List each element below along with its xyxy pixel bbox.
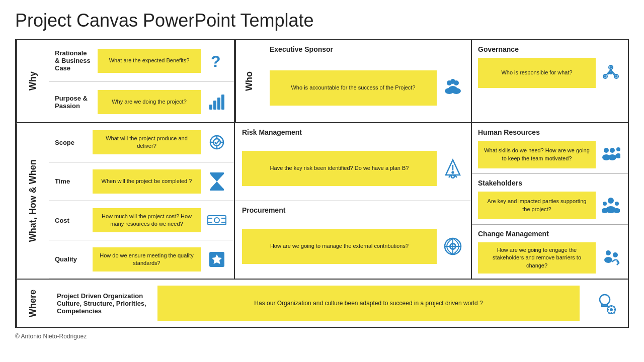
scope-question: What will the project produce and delive…	[93, 130, 201, 154]
risk-body: Have the key risk been identified? Do we…	[242, 141, 464, 196]
stakeholders-body: Are key and impacted parties supporting …	[478, 192, 622, 219]
svg-rect-55	[454, 246, 456, 247]
svg-point-59	[608, 154, 616, 160]
hr-item: Human Resources What skills do we need? …	[472, 123, 628, 174]
svg-point-68	[606, 250, 611, 255]
svg-point-75	[610, 308, 613, 311]
svg-point-66	[615, 202, 619, 206]
why-left-panel: Rrationale & Business Case What are the …	[49, 40, 235, 122]
why-label: Why	[16, 40, 49, 122]
svg-rect-79	[614, 309, 616, 311]
cost-label: Cost	[55, 217, 88, 224]
cost-question: How much will the project cost? How many…	[93, 208, 201, 232]
executive-sponsor-section: Executive Sponsor Who is accountable for…	[263, 40, 471, 122]
executive-sponsor-question: Who is accountable for the success of th…	[270, 70, 437, 106]
where-question: Has our Organization and culture been ad…	[157, 286, 580, 321]
quality-item: Quality How do we ensure meeting the qua…	[49, 240, 234, 279]
purpose-icon	[206, 94, 228, 111]
svg-point-44	[451, 175, 454, 178]
who-label: Who	[235, 40, 263, 122]
time-label: Time	[55, 177, 88, 185]
executive-sponsor-title: Executive Sponsor	[270, 45, 464, 53]
page-title: Project Canvas PowerPoint Template	[15, 10, 629, 31]
svg-point-10	[448, 86, 457, 92]
change-mgmt-body: How are we going to engage the stakehold…	[478, 242, 622, 274]
svg-rect-2	[213, 101, 216, 110]
governance-item: Governance Who is responsible for what?	[472, 40, 628, 122]
risk-question: Have the key risk been identified? Do we…	[242, 151, 437, 186]
what-right-panel: Human Resources What skills do we need? …	[472, 123, 628, 279]
why-left-items: Rrationale & Business Case What are the …	[49, 40, 234, 122]
why-row-content: Rrationale & Business Case What are the …	[49, 40, 628, 122]
who-wrap: Who Executive Sponsor Who is accountable…	[235, 40, 471, 122]
svg-rect-76	[611, 305, 612, 307]
scope-label: Scope	[55, 139, 88, 146]
procurement-section: Procurement How are we going to manage t…	[235, 201, 471, 279]
change-mgmt-item: Change Management How are we going to en…	[472, 225, 628, 279]
svg-rect-32	[210, 172, 224, 174]
procurement-body: How are we going to manage the external …	[242, 219, 464, 274]
svg-point-56	[604, 148, 609, 153]
scope-icon	[206, 134, 228, 151]
hr-icon	[600, 146, 622, 163]
hr-title: Human Resources	[478, 128, 622, 136]
what-row: What, How & When Scope What will the pro…	[16, 123, 628, 280]
why-mid-panel: Who Executive Sponsor Who is accountable…	[235, 40, 472, 122]
purpose-label: Purpose & Passion	[55, 95, 93, 110]
risk-title: Risk Management	[242, 128, 464, 136]
change-mgmt-question: How are we going to engage the stakehold…	[478, 242, 596, 274]
what-label: What, How & When	[16, 123, 49, 279]
purpose-item: Purpose & Passion Why are we doing the p…	[49, 81, 234, 122]
svg-point-9	[450, 79, 455, 84]
stakeholders-question: Are key and impacted parties supporting …	[478, 192, 596, 219]
quality-icon	[206, 251, 228, 268]
what-mid-panel: Risk Management Have the key risk been i…	[235, 123, 472, 279]
stakeholders-title: Stakeholders	[478, 179, 622, 187]
svg-rect-4	[221, 95, 224, 110]
executive-sponsor-body: Who is accountable for the success of th…	[270, 58, 464, 117]
svg-point-20	[610, 66, 612, 69]
change-mgmt-title: Change Management	[478, 230, 622, 238]
hr-question: What skills do we need? How are we going…	[478, 141, 596, 168]
governance-title: Governance	[478, 45, 622, 53]
svg-point-21	[604, 75, 607, 78]
change-mgmt-icon	[600, 249, 622, 267]
time-question: When will the project be completed ?	[93, 169, 201, 194]
what-left-items: Scope What will the project produce and …	[49, 123, 234, 279]
svg-rect-3	[217, 98, 220, 110]
svg-point-70	[613, 252, 618, 257]
quality-label: Quality	[55, 255, 88, 263]
svg-point-43	[452, 172, 454, 173]
rationale-label: Rrationale & Business Case	[55, 49, 93, 72]
stakeholders-item: Stakeholders Are key and impacted partie…	[472, 174, 628, 225]
svg-point-58	[610, 148, 615, 153]
svg-rect-1	[209, 105, 212, 110]
rationale-item: Rrationale & Business Case What are the …	[49, 40, 234, 81]
why-right-panel: Governance Who is responsible for what?	[472, 40, 628, 122]
rationale-icon: ?	[206, 52, 228, 70]
svg-rect-77	[611, 312, 612, 314]
executive-sponsor-icon	[442, 78, 464, 98]
svg-text:?: ?	[211, 52, 221, 70]
copyright-text: © Antonio Nieto-Rodriguez	[15, 333, 629, 340]
svg-rect-54	[449, 246, 451, 247]
procurement-title: Procurement	[242, 206, 464, 214]
why-row: Why Rrationale & Business Case What are …	[16, 40, 628, 123]
procurement-icon	[442, 236, 464, 256]
svg-rect-33	[210, 189, 224, 191]
svg-rect-52	[452, 243, 454, 245]
purpose-question: Why are we doing the project?	[98, 90, 201, 114]
where-label: Where	[16, 280, 49, 327]
scope-item: Scope What will the project produce and …	[49, 123, 234, 162]
governance-icon	[600, 63, 622, 82]
svg-rect-34	[208, 216, 226, 225]
what-row-content: Scope What will the project produce and …	[49, 123, 628, 279]
cost-icon	[206, 213, 228, 227]
governance-question: Who is responsible for what?	[478, 58, 596, 88]
where-row: Where Project Driven Organization Cultur…	[16, 280, 628, 327]
governance-body: Who is responsible for what?	[478, 58, 622, 88]
risk-section: Risk Management Have the key risk been i…	[235, 123, 471, 201]
svg-point-60	[616, 147, 620, 151]
rationale-question: What are the expected Benefits?	[98, 49, 201, 73]
svg-point-64	[603, 202, 607, 206]
